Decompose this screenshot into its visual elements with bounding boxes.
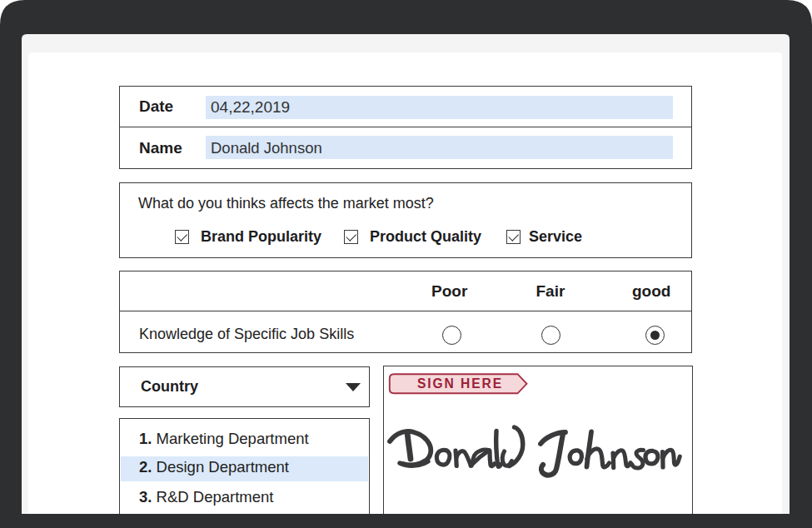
svg-text:SIGN HERE: SIGN HERE xyxy=(417,376,503,391)
